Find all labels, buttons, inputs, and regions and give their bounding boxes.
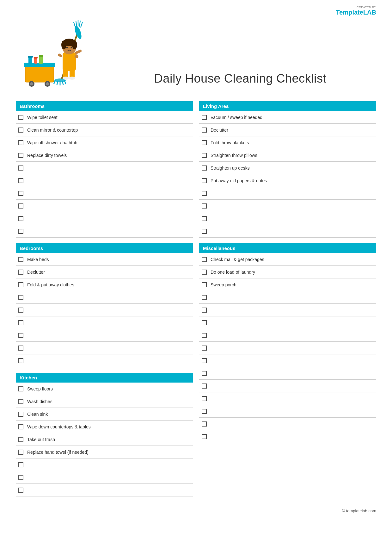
checklist-item[interactable] — [16, 187, 193, 200]
checkbox[interactable] — [18, 437, 23, 442]
checklist-item[interactable]: Straighten up desks — [199, 162, 376, 174]
checkbox[interactable] — [18, 424, 23, 429]
checklist-item[interactable] — [199, 430, 376, 443]
checkbox[interactable] — [18, 178, 23, 183]
checklist-item[interactable] — [16, 354, 193, 367]
checkbox[interactable] — [202, 282, 207, 287]
checkbox[interactable] — [202, 409, 207, 414]
checklist-item[interactable] — [16, 225, 193, 238]
checklist-item[interactable] — [199, 342, 376, 354]
checklist-item[interactable]: Put away old papers & notes — [199, 174, 376, 187]
checkbox[interactable] — [202, 384, 207, 389]
checklist-item[interactable]: Wipe down countertops & tables — [16, 421, 193, 433]
checklist-item[interactable] — [199, 200, 376, 212]
checkbox[interactable] — [18, 216, 23, 221]
checklist-item[interactable] — [199, 329, 376, 342]
checklist-item[interactable] — [16, 342, 193, 354]
checklist-item[interactable] — [16, 162, 193, 174]
checkbox[interactable] — [18, 191, 23, 196]
checklist-item[interactable]: Make beds — [16, 253, 193, 266]
checkbox[interactable] — [202, 308, 207, 313]
checkbox[interactable] — [18, 320, 23, 325]
checkbox[interactable] — [202, 396, 207, 401]
checkbox[interactable] — [18, 115, 23, 120]
checklist-item[interactable]: Declutter — [199, 124, 376, 136]
checklist-item[interactable] — [16, 212, 193, 225]
checkbox[interactable] — [18, 475, 23, 480]
checkbox[interactable] — [202, 203, 207, 209]
checkbox[interactable] — [202, 295, 207, 300]
checkbox[interactable] — [18, 295, 23, 300]
checklist-item[interactable] — [16, 471, 193, 484]
checkbox[interactable] — [18, 346, 23, 351]
checkbox[interactable] — [18, 450, 23, 455]
checklist-item[interactable] — [199, 187, 376, 200]
checkbox[interactable] — [18, 358, 23, 363]
checkbox[interactable] — [18, 308, 23, 313]
checkbox[interactable] — [202, 346, 207, 351]
checklist-item[interactable] — [199, 392, 376, 405]
checklist-item[interactable] — [16, 484, 193, 496]
checklist-item[interactable] — [16, 200, 193, 212]
checklist-item[interactable]: Sweep porch — [199, 278, 376, 291]
checkbox[interactable] — [18, 282, 23, 287]
checkbox[interactable] — [202, 229, 207, 234]
checklist-item[interactable]: Wipe off shower / bathtub — [16, 136, 193, 149]
checklist-item[interactable] — [199, 367, 376, 380]
checklist-item[interactable]: Replace dirty towels — [16, 149, 193, 162]
checkbox[interactable] — [202, 358, 207, 363]
checklist-item[interactable] — [16, 458, 193, 471]
checkbox[interactable] — [18, 333, 23, 338]
checklist-item[interactable]: Fold & put away clothes — [16, 278, 193, 291]
checkbox[interactable] — [202, 178, 207, 183]
checklist-item[interactable] — [199, 354, 376, 367]
checklist-item[interactable]: Take out trash — [16, 433, 193, 446]
checkbox[interactable] — [18, 399, 23, 404]
checklist-item[interactable] — [16, 316, 193, 329]
checkbox[interactable] — [202, 115, 207, 120]
checkbox[interactable] — [202, 320, 207, 325]
checklist-item[interactable]: Straighten throw pillows — [199, 149, 376, 162]
checklist-item[interactable]: Vacuum / sweep if needed — [199, 111, 376, 124]
checkbox[interactable] — [202, 421, 207, 427]
checklist-item[interactable] — [199, 405, 376, 418]
checkbox[interactable] — [18, 165, 23, 171]
checkbox[interactable] — [18, 229, 23, 234]
checklist-item[interactable] — [199, 380, 376, 392]
checklist-item[interactable] — [199, 418, 376, 430]
checkbox[interactable] — [18, 488, 23, 493]
checkbox[interactable] — [202, 434, 207, 439]
checkbox[interactable] — [18, 270, 23, 275]
checklist-item[interactable]: Fold throw blankets — [199, 136, 376, 149]
checkbox[interactable] — [202, 257, 207, 262]
checklist-item[interactable]: Wash dishes — [16, 395, 193, 408]
checklist-item[interactable] — [199, 225, 376, 238]
checkbox[interactable] — [202, 165, 207, 171]
checkbox[interactable] — [202, 333, 207, 338]
checklist-item[interactable]: Sweep floors — [16, 383, 193, 395]
checklist-item[interactable]: Clean sink — [16, 408, 193, 421]
checkbox[interactable] — [18, 462, 23, 467]
checkbox[interactable] — [18, 140, 23, 145]
checklist-item[interactable] — [199, 291, 376, 304]
checkbox[interactable] — [18, 153, 23, 158]
checklist-item[interactable] — [199, 304, 376, 316]
checkbox[interactable] — [202, 270, 207, 275]
checkbox[interactable] — [202, 191, 207, 196]
checkbox[interactable] — [202, 153, 207, 158]
checklist-item[interactable]: Do one load of laundry — [199, 266, 376, 278]
checklist-item[interactable] — [16, 304, 193, 316]
checklist-item[interactable] — [199, 316, 376, 329]
checkbox[interactable] — [18, 412, 23, 417]
checkbox[interactable] — [202, 216, 207, 221]
checkbox[interactable] — [202, 371, 207, 376]
checklist-item[interactable] — [16, 174, 193, 187]
checklist-item[interactable]: Clean mirror & countertop — [16, 124, 193, 136]
checkbox[interactable] — [202, 128, 207, 133]
checklist-item[interactable]: Wipe toilet seat — [16, 111, 193, 124]
checkbox[interactable] — [18, 128, 23, 133]
checklist-item[interactable] — [16, 329, 193, 342]
checkbox[interactable] — [202, 140, 207, 145]
checklist-item[interactable]: Replace hand towel (if needed) — [16, 446, 193, 458]
checkbox[interactable] — [18, 257, 23, 262]
